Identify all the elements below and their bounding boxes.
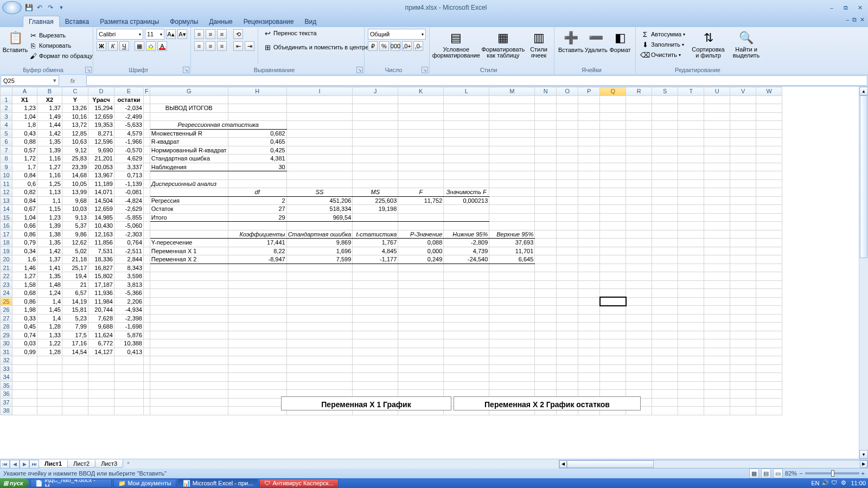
indent-dec-icon[interactable]: ⇤ [233,41,243,51]
cell[interactable] [730,171,756,180]
cell[interactable] [704,390,730,399]
cell[interactable] [756,138,782,146]
cell[interactable] [652,196,678,205]
align-center-icon[interactable]: ≡ [206,41,215,51]
cell[interactable] [286,381,353,390]
cell[interactable] [704,146,730,155]
cell[interactable] [535,188,557,197]
cell[interactable]: 1,35 [37,138,62,146]
cell[interactable] [756,331,782,339]
cell[interactable] [489,297,535,306]
cell[interactable] [730,146,756,155]
cell[interactable] [652,188,678,197]
cell[interactable] [652,306,678,314]
cell[interactable]: 1,48 [37,280,62,289]
start-button[interactable]: ⊞пуск [0,478,29,488]
cell[interactable] [578,306,600,314]
cell[interactable] [704,171,730,180]
cell[interactable]: 16,827 [88,264,114,272]
cell[interactable] [144,129,150,138]
cell[interactable] [144,381,150,390]
cell[interactable] [626,356,652,365]
cell[interactable] [704,306,730,314]
cell[interactable]: 6,772 [88,339,114,348]
cell[interactable]: 1,22 [37,339,62,348]
cell[interactable] [62,364,88,373]
cell[interactable]: 4,629 [114,155,144,163]
cell[interactable]: 10,388 [114,339,144,348]
cell[interactable]: 518,334 [286,205,353,214]
cell[interactable] [730,381,756,390]
cell[interactable] [678,179,704,188]
cell[interactable] [557,247,578,255]
align-top-icon[interactable]: ≡ [194,29,204,39]
cell[interactable] [756,95,782,104]
cell[interactable] [756,289,782,298]
cell[interactable] [557,264,578,272]
ribbon-tab-формулы[interactable]: Формулы [164,16,203,27]
cell[interactable] [353,213,398,222]
cell[interactable] [228,390,286,399]
cell[interactable] [756,407,782,415]
cell[interactable] [228,95,286,104]
cell[interactable] [652,373,678,382]
column-header[interactable]: J [353,87,398,96]
cell[interactable] [652,398,678,407]
clock[interactable]: 11:00 [851,480,866,486]
cell[interactable] [704,239,730,247]
ribbon-tab-вид[interactable]: Вид [299,16,322,27]
column-header[interactable]: T [678,87,704,96]
cell[interactable] [678,356,704,365]
cell[interactable]: 0,88 [12,138,37,146]
cell[interactable] [652,213,678,222]
cell[interactable] [730,297,756,306]
cell[interactable] [286,289,353,298]
cell[interactable] [88,364,114,373]
cell[interactable] [144,264,150,272]
cell[interactable] [144,331,150,339]
cell[interactable] [489,213,535,222]
cell[interactable] [557,289,578,298]
cell[interactable] [150,222,228,230]
cell[interactable] [678,348,704,356]
cell[interactable] [652,171,678,180]
cell[interactable] [286,339,353,348]
cell[interactable] [652,289,678,298]
cell[interactable] [489,95,535,104]
cell[interactable] [730,306,756,314]
cell[interactable] [600,121,626,130]
cell[interactable] [626,155,652,163]
cell[interactable]: 19,4 [62,272,88,281]
cell[interactable] [398,179,444,188]
cell[interactable] [557,339,578,348]
cell[interactable] [489,222,535,230]
cell[interactable]: 2,844 [114,255,144,264]
cell[interactable] [489,264,535,272]
cell[interactable]: 0,45 [12,323,37,331]
cell[interactable]: Верхние 95% [489,230,535,239]
cell[interactable] [578,297,600,306]
fill-color-button[interactable]: ◇ [146,41,156,51]
ribbon-tab-главная[interactable]: Главная [23,16,60,27]
cell[interactable] [557,306,578,314]
cell[interactable] [353,129,398,138]
cell[interactable]: 17,187 [88,280,114,289]
cell[interactable]: 5,02 [62,247,88,255]
cell[interactable]: 14,54 [62,348,88,356]
cell[interactable]: Y-пересечение [150,239,228,247]
insert-cells-button[interactable]: ➕Вставить [558,28,584,64]
cell[interactable] [62,407,88,415]
cell[interactable] [353,179,398,188]
cell[interactable] [144,306,150,314]
cell[interactable] [626,171,652,180]
cell[interactable]: 29 [228,213,286,222]
cell[interactable] [756,255,782,264]
row-header[interactable]: 21 [1,264,12,272]
cell[interactable] [144,95,150,104]
cell[interactable] [600,356,626,365]
cell[interactable] [535,331,557,339]
cell[interactable] [88,398,114,407]
scroll-right-icon[interactable]: ▶ [860,460,867,468]
cell[interactable]: 4,739 [444,247,489,255]
cell[interactable]: Нижние 95% [444,230,489,239]
